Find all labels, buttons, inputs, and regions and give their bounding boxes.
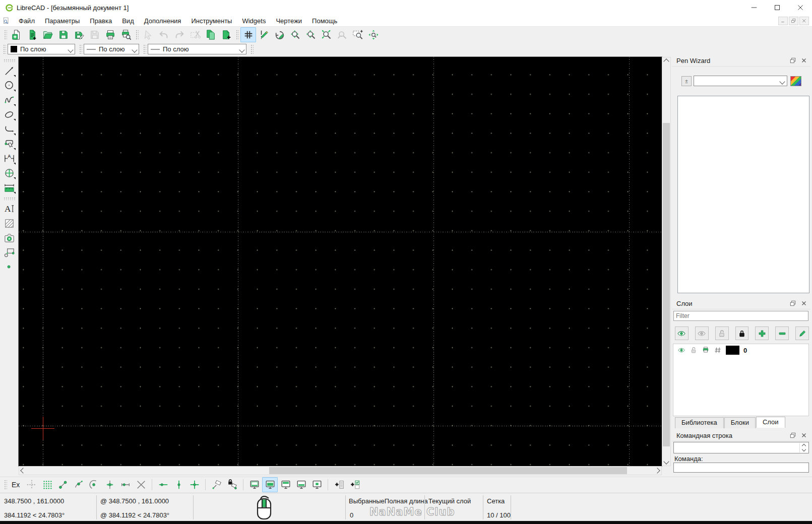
mdi-minimize-button[interactable] — [778, 17, 788, 25]
layer-filter-input[interactable] — [673, 311, 808, 321]
restrict-horizontal-button[interactable] — [155, 477, 171, 492]
save-drawing-button[interactable] — [55, 27, 71, 42]
layer-row[interactable]: 0 — [673, 344, 808, 356]
close-panel-button[interactable] — [799, 299, 808, 307]
undo-button[interactable] — [156, 27, 171, 42]
circle-tool-button[interactable] — [2, 78, 17, 93]
horizontal-scroll-thumb[interactable] — [269, 467, 627, 474]
print-button[interactable] — [102, 27, 118, 42]
select-tool-button[interactable] — [2, 137, 17, 151]
float-panel-button[interactable] — [788, 431, 797, 439]
pen-width-combo[interactable]: По слою — [84, 44, 139, 54]
scroll-up-button[interactable] — [662, 57, 670, 66]
menu-item-3[interactable]: Правка — [85, 16, 117, 26]
toolbar-handle[interactable] — [135, 29, 139, 40]
view-toggle-5-button[interactable] — [309, 477, 325, 492]
layer-name[interactable]: 0 — [743, 347, 747, 354]
redo-button[interactable] — [171, 27, 187, 42]
zoom-pan-button[interactable] — [365, 27, 381, 42]
canvas-horizontal-scrollbar[interactable] — [19, 466, 662, 475]
zoom-previous-button[interactable] — [334, 27, 350, 42]
save-drawing-as-button[interactable] — [71, 27, 87, 42]
draft-mode-button[interactable] — [256, 27, 272, 42]
menu-item-6[interactable]: Инструменты — [186, 16, 237, 26]
curve-tool-button[interactable] — [2, 122, 17, 137]
menu-item-8[interactable]: Чертежи — [271, 16, 307, 26]
pen-color-combo[interactable]: По слою — [8, 44, 75, 54]
cut-button[interactable] — [187, 27, 203, 42]
float-panel-button[interactable] — [788, 299, 797, 307]
open-drawing-button[interactable] — [40, 27, 55, 42]
vertical-scroll-thumb[interactable] — [663, 123, 670, 446]
pen-wizard-combo[interactable] — [694, 76, 787, 86]
toolbar-handle[interactable] — [235, 29, 239, 40]
toolbar-handle[interactable] — [79, 44, 82, 55]
menu-item-2[interactable]: Параметры — [40, 16, 85, 26]
scroll-right-button[interactable] — [653, 467, 661, 475]
command-input[interactable] — [673, 463, 809, 473]
toolbar-handle[interactable] — [4, 479, 7, 490]
toolbar-handle[interactable] — [143, 44, 146, 55]
toolbar-handle[interactable] — [3, 196, 15, 200]
minimize-button[interactable] — [742, 0, 766, 15]
add-layer-button[interactable] — [755, 326, 769, 340]
view-toggle-4-button[interactable] — [293, 477, 309, 492]
restrict-vertical-button[interactable] — [171, 477, 186, 492]
pen-wizard-color-button[interactable] — [790, 76, 801, 86]
command-history-input[interactable] — [673, 442, 809, 453]
grid-toggle-button[interactable] — [240, 27, 256, 42]
new-from-template-button[interactable] — [24, 27, 40, 42]
maximize-button[interactable] — [766, 0, 789, 15]
snap-entity-button[interactable] — [71, 477, 86, 492]
snap-center-button[interactable] — [86, 477, 102, 492]
mdi-restore-button[interactable] — [789, 17, 798, 25]
view-toggle-1-button[interactable] — [246, 477, 262, 492]
dimension-tool-button[interactable]: A — [2, 151, 17, 166]
hide-all-layers-button[interactable] — [695, 326, 709, 340]
snap-middle-button[interactable] — [102, 477, 117, 492]
point-tool-button[interactable] — [2, 260, 17, 275]
toolbar-handle[interactable] — [3, 58, 15, 62]
zoom-window-button[interactable] — [350, 27, 365, 42]
zoom-out-button[interactable] — [303, 27, 319, 42]
snap-distance-button[interactable] — [117, 477, 133, 492]
toolbar-handle[interactable] — [3, 44, 6, 55]
modify-tool-button[interactable] — [2, 166, 17, 180]
mdi-close-button[interactable] — [799, 17, 809, 25]
view-toggle-2-button[interactable] — [262, 477, 278, 492]
pen-linetype-combo[interactable]: По слою — [148, 44, 246, 54]
snap-free-button[interactable] — [24, 477, 39, 492]
view-toggle-3-button[interactable] — [278, 477, 293, 492]
lock-all-layers-button[interactable] — [735, 326, 749, 340]
scroll-down-button[interactable] — [662, 457, 670, 466]
hatch-tool-button[interactable] — [2, 216, 17, 231]
edit-layer-button[interactable] — [795, 326, 809, 340]
restrict-orthogonal-button[interactable] — [186, 477, 202, 492]
ellipse-tool-button[interactable] — [2, 107, 17, 122]
add-command-widget-button[interactable] — [331, 477, 347, 492]
exclusive-snap-label[interactable]: Ex — [12, 481, 20, 489]
set-relative-zero-button[interactable] — [209, 477, 224, 492]
redraw-button[interactable] — [272, 27, 287, 42]
add-custom-widget-button[interactable] — [347, 477, 362, 492]
menu-item-9[interactable]: Помощь — [307, 16, 342, 26]
remove-layer-button[interactable] — [775, 326, 789, 340]
layer-color-swatch[interactable] — [726, 346, 739, 355]
menu-item-1[interactable]: Файл — [14, 16, 40, 26]
float-panel-button[interactable] — [788, 56, 797, 64]
pen-wizard-list[interactable] — [677, 96, 809, 293]
toolbar-handle[interactable] — [4, 29, 7, 40]
menu-item-7[interactable]: Widgets — [237, 16, 271, 26]
save-all-button[interactable] — [87, 27, 102, 42]
layer-list[interactable]: 0 — [673, 344, 809, 416]
drawing-canvas[interactable] — [19, 57, 662, 466]
dock-tab-блоки[interactable]: Блоки — [724, 417, 756, 428]
scroll-left-button[interactable] — [19, 467, 27, 475]
new-drawing-button[interactable] — [9, 27, 24, 42]
dock-tab-библиотека[interactable]: Библиотека — [675, 417, 724, 428]
lock-relative-zero-button[interactable] — [224, 477, 240, 492]
close-panel-button[interactable] — [799, 56, 808, 64]
command-history-spinner[interactable] — [799, 443, 807, 452]
text-tool-button[interactable]: A — [2, 202, 17, 216]
snap-endpoint-button[interactable] — [55, 477, 71, 492]
